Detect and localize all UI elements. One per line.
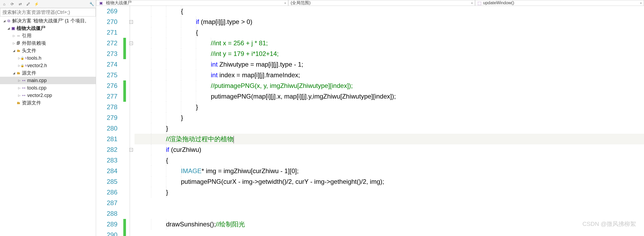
- wrench2-icon[interactable]: 🔧: [89, 1, 94, 7]
- breadcrumb-file[interactable]: ▣ 植物大战僵尸 ▾: [96, 0, 288, 6]
- headers-label: 头文件: [22, 47, 36, 54]
- chevron-down-icon[interactable]: ▾: [285, 2, 286, 5]
- expand-arrow-icon[interactable]: ▷: [17, 94, 21, 97]
- code-line[interactable]: [135, 198, 644, 208]
- fold-cell: −: [128, 17, 135, 27]
- breadcrumb-function-label: updateWindow(): [483, 1, 514, 5]
- fold-cell: [128, 155, 135, 166]
- external-deps-node[interactable]: ▷ 🗐 外部依赖项: [0, 39, 96, 47]
- code-line[interactable]: [135, 230, 644, 236]
- editor-main: ▣ 植物大战僵尸 ▾ (全局范围) ▾ ⬚ updateWindow() ▾ 2…: [96, 0, 644, 236]
- sync-icon[interactable]: 🖉: [26, 1, 31, 7]
- refresh-icon[interactable]: ⟳: [10, 1, 15, 7]
- fold-cell: [128, 27, 135, 38]
- wrench-icon[interactable]: ⚡: [34, 1, 39, 7]
- breadcrumb-function[interactable]: ⬚ updateWindow() ▾: [475, 0, 644, 6]
- collapse-icon[interactable]: ⇄: [18, 1, 23, 7]
- fold-toggle[interactable]: −: [129, 148, 133, 152]
- code-line[interactable]: int index = map[i][j].frameIndex;: [135, 70, 644, 80]
- fold-toggle[interactable]: −: [129, 42, 133, 45]
- code-line[interactable]: if (curZhiwu): [135, 144, 644, 155]
- line-number: 281: [96, 134, 117, 144]
- code-line[interactable]: }: [135, 123, 644, 134]
- line-number-gutter: 2692702712722732742752762772782792802812…: [96, 6, 123, 236]
- collapse-arrow-icon[interactable]: ◢: [2, 19, 6, 23]
- code-line[interactable]: }: [135, 187, 644, 198]
- code-line[interactable]: //putimagePNG(x, y, imgZhiwu[Zhiwutype][…: [135, 80, 644, 91]
- sources-folder-node[interactable]: ◢ 🖿 源文件: [0, 69, 96, 77]
- collapse-arrow-icon[interactable]: ◢: [6, 27, 11, 30]
- fold-cell: [128, 48, 135, 59]
- cpp-file-icon: ++: [21, 93, 26, 98]
- header-file-node[interactable]: ▷ 🔒 h vector2.h: [0, 62, 96, 69]
- code-line[interactable]: [135, 208, 644, 219]
- fold-toggle[interactable]: −: [129, 20, 133, 24]
- expand-arrow-icon[interactable]: ▷: [17, 79, 21, 82]
- references-icon: ▫▫: [16, 33, 21, 38]
- fold-cell: [128, 59, 135, 70]
- code-line[interactable]: putimagePNG(curX - img->getwidth()/2, cu…: [135, 176, 644, 187]
- fold-column: −−−: [128, 6, 135, 236]
- breadcrumb-scope[interactable]: (全局范围) ▾: [288, 0, 475, 6]
- change-marker: [123, 134, 128, 144]
- code-editor[interactable]: 2692702712722732742752762772782792802812…: [96, 6, 644, 236]
- code-line[interactable]: int Zhiwutype = map[i][j].type - 1;: [135, 59, 644, 70]
- line-number: 286: [96, 187, 117, 198]
- line-number: 276: [96, 80, 117, 91]
- change-marker: [123, 187, 128, 198]
- expand-arrow-icon[interactable]: ▷: [17, 86, 21, 90]
- expand-arrow-icon[interactable]: ▷: [12, 34, 16, 38]
- solution-label: 解决方案 '植物大战僵尸' (1 个项目,: [12, 18, 86, 24]
- project-label: 植物大战僵尸: [17, 25, 45, 31]
- source-file-node[interactable]: ▷ ++ tools.cpp: [0, 84, 96, 92]
- folder-icon: 🖿: [16, 71, 21, 75]
- collapse-arrow-icon[interactable]: ◢: [12, 71, 16, 75]
- search-input[interactable]: [2, 10, 93, 15]
- solution-node[interactable]: ◢ ⧉ 解决方案 '植物大战僵尸' (1 个项目,: [0, 17, 96, 25]
- code-line[interactable]: {: [135, 6, 644, 17]
- fold-cell: [128, 123, 135, 134]
- external-deps-label: 外部依赖项: [22, 40, 46, 46]
- change-marker: [123, 6, 128, 17]
- source-file-node-active[interactable]: ▷ ++ main.cpp: [0, 77, 96, 84]
- fold-cell: [128, 208, 135, 219]
- line-number: 278: [96, 102, 117, 112]
- header-file-icon: 🔒 h: [21, 63, 26, 68]
- change-marker: [123, 70, 128, 80]
- breadcrumb-scope-label: (全局范围): [291, 0, 311, 6]
- text-cursor: [234, 136, 234, 143]
- chevron-down-icon[interactable]: ▾: [640, 2, 642, 5]
- code-line[interactable]: }: [135, 102, 644, 112]
- code-line[interactable]: //渲染拖动过程中的植物: [135, 134, 644, 144]
- breadcrumb-bar: ▣ 植物大战僵尸 ▾ (全局范围) ▾ ⬚ updateWindow() ▾: [96, 0, 644, 6]
- search-input-container[interactable]: [0, 8, 96, 17]
- code-line[interactable]: drawSunshines();//绘制阳光: [135, 219, 644, 230]
- chevron-down-icon[interactable]: ▾: [471, 2, 473, 5]
- file-label: vector2.cpp: [27, 93, 52, 98]
- references-node[interactable]: ▷ ▫▫ 引用: [0, 32, 96, 39]
- fold-cell: [128, 91, 135, 102]
- code-line[interactable]: //int y = 179 + i*102+14;: [135, 48, 644, 59]
- code-area[interactable]: {if (map[i][j].type > 0){//int x = 256 +…: [135, 6, 644, 236]
- code-line[interactable]: {: [135, 27, 644, 38]
- headers-folder-node[interactable]: ◢ 🖿 头文件: [0, 47, 96, 54]
- code-line[interactable]: IMAGE* img = imgZhiwu[curZhiwu - 1][0];: [135, 166, 644, 176]
- code-line[interactable]: putimagePNG(map[i][j].x, map[i][j].y,img…: [135, 91, 644, 102]
- project-node[interactable]: ◢ ▣ 植物大战僵尸: [0, 25, 96, 32]
- breadcrumb-file-label: 植物大战僵尸: [106, 0, 132, 6]
- code-line[interactable]: //int x = 256 + j * 81;: [135, 38, 644, 48]
- collapse-arrow-icon[interactable]: ◢: [12, 49, 16, 52]
- external-deps-icon: 🗐: [16, 41, 21, 46]
- line-number: 288: [96, 208, 117, 219]
- expand-arrow-icon[interactable]: ▷: [12, 42, 16, 45]
- header-file-node[interactable]: ▷ 🔒 h tools.h: [0, 54, 96, 62]
- line-number: 274: [96, 59, 117, 70]
- home-icon[interactable]: ⌂: [2, 1, 7, 7]
- code-line[interactable]: }: [135, 112, 644, 123]
- source-file-node[interactable]: ▷ ++ vector2.cpp: [0, 92, 96, 99]
- code-line[interactable]: {: [135, 155, 644, 166]
- resources-folder-node[interactable]: 🖿 资源文件: [0, 99, 96, 107]
- code-line[interactable]: if (map[i][j].type > 0): [135, 17, 644, 27]
- change-marker: [123, 155, 128, 166]
- change-marker: [123, 112, 128, 123]
